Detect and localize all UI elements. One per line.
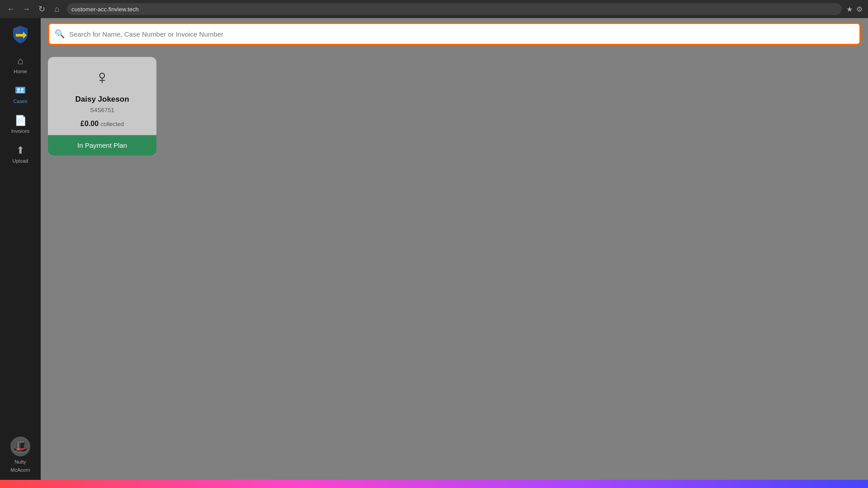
case-card[interactable]: ♀ Daisy Jokeson S4S6751 £0.00 collected … — [48, 57, 156, 155]
sidebar-label-upload: Upload — [13, 158, 28, 164]
back-button[interactable]: ← — [5, 4, 16, 14]
gender-icon: ♀ — [95, 66, 110, 89]
sidebar-item-upload[interactable]: ⬆ Upload — [0, 139, 41, 169]
browser-chrome: ← → ↻ ⌂ customer-acc.finview.tech ★ ⚙ — [0, 0, 868, 18]
svg-point-3 — [21, 88, 24, 91]
user-avatar: 🎩 — [10, 436, 30, 456]
payment-plan-button[interactable]: In Payment Plan — [48, 135, 156, 155]
sidebar-label-invoices: Invoices — [11, 128, 29, 134]
search-icon: 🔍 — [55, 29, 65, 39]
search-wrapper: 🔍 — [48, 23, 861, 45]
user-name-line1: Nutty — [14, 459, 26, 465]
refresh-button[interactable]: ↻ — [36, 4, 47, 14]
amount-value: £0.00 — [80, 120, 99, 127]
content-area: 🔍 ♀ Daisy Jokeson S4S6751 £0.00 collecte… — [41, 18, 868, 480]
cards-area: ♀ Daisy Jokeson S4S6751 £0.00 collected … — [41, 50, 868, 480]
sidebar-label-cases: Cases — [13, 99, 27, 104]
svg-rect-1 — [15, 87, 25, 94]
home-icon: ⌂ — [17, 55, 23, 67]
user-name-line2: McAcorn — [10, 467, 30, 473]
sidebar-item-home[interactable]: ⌂ Home — [0, 50, 41, 80]
search-input[interactable] — [69, 30, 854, 38]
invoices-icon: 📄 — [14, 115, 27, 127]
bottom-bar — [0, 480, 868, 488]
svg-rect-4 — [17, 91, 20, 93]
payment-plan-label: In Payment Plan — [77, 141, 127, 149]
sidebar: ⌂ Home Cases 📄 Invoices ⬆ Up — [0, 18, 41, 480]
svg-rect-5 — [20, 91, 24, 93]
logo-icon — [10, 24, 30, 44]
case-card-body: ♀ Daisy Jokeson S4S6751 £0.00 collected — [48, 57, 156, 135]
logo[interactable] — [9, 23, 32, 45]
address-bar[interactable]: customer-acc.finview.tech — [67, 3, 842, 15]
cases-icon — [15, 85, 26, 97]
case-amount: £0.00 collected — [80, 120, 124, 128]
sidebar-label-home: Home — [14, 69, 27, 74]
forward-button[interactable]: → — [21, 4, 32, 14]
amount-label: collected — [101, 121, 124, 127]
browser-icons: ★ ⚙ — [846, 5, 863, 14]
sidebar-user[interactable]: 🎩 Nutty McAcorn — [0, 431, 41, 480]
case-id: S4S6751 — [90, 107, 114, 113]
case-name: Daisy Jokeson — [75, 95, 129, 104]
svg-point-2 — [17, 88, 20, 91]
home-button[interactable]: ⌂ — [52, 4, 62, 14]
sidebar-item-invoices[interactable]: 📄 Invoices — [0, 109, 41, 139]
main-layout: ⌂ Home Cases 📄 Invoices ⬆ Up — [0, 18, 868, 480]
extensions-icon[interactable]: ⚙ — [856, 5, 863, 14]
sidebar-item-cases[interactable]: Cases — [0, 80, 41, 109]
star-icon[interactable]: ★ — [846, 5, 853, 14]
url-text: customer-acc.finview.tech — [71, 6, 139, 13]
upload-icon: ⬆ — [16, 145, 24, 156]
